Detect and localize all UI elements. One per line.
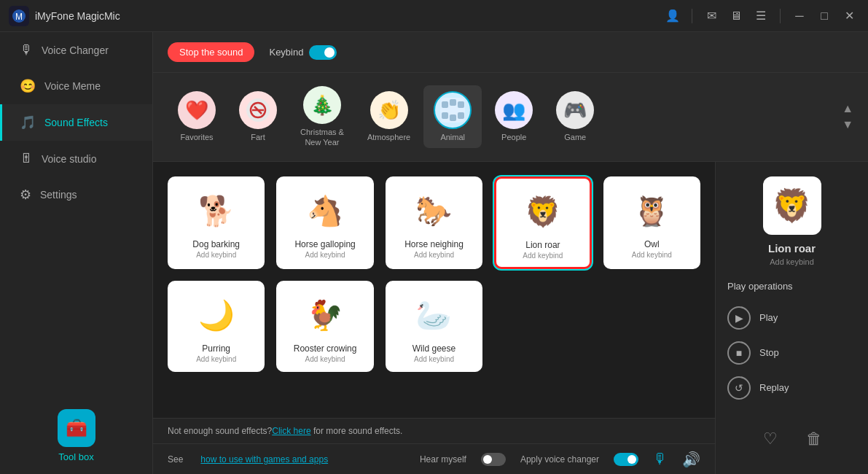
speaker-icon[interactable]: 🔊 bbox=[682, 451, 700, 468]
minimize-icon[interactable]: ─ bbox=[789, 6, 810, 26]
sidebar-item-voice-studio[interactable]: 🎚 Voice studio bbox=[0, 141, 152, 176]
svg-rect-9 bbox=[458, 101, 464, 108]
main-layout: 🎙 Voice Changer 😊 Voice Meme 🎵 Sound Eff… bbox=[0, 32, 868, 474]
horse-galloping-keybind[interactable]: Add keybind bbox=[305, 251, 345, 259]
sound-card-purring[interactable]: 🌙 Purring Add keybind bbox=[168, 281, 265, 372]
title-bar-controls: 👤 ✉ 🖥 ☰ ─ □ ✕ bbox=[662, 6, 859, 26]
sound-card-wild-geese[interactable]: 🦢 Wild geese Add keybind bbox=[386, 281, 482, 372]
christmas-label: Christmas &New Year bbox=[300, 127, 344, 148]
bottom-bar: See how to use with games and apps Hear … bbox=[153, 443, 715, 474]
dog-barking-keybind[interactable]: Add keybind bbox=[196, 251, 236, 259]
delete-icon[interactable]: 🗑 bbox=[801, 426, 827, 452]
apply-voice-label: Apply voice changer bbox=[520, 454, 599, 465]
sidebar-item-voice-changer[interactable]: 🎙 Voice Changer bbox=[0, 32, 152, 68]
toolbox-button[interactable]: 🧰 Tool box bbox=[0, 397, 152, 474]
content-area: Stop the sound Keybind ❤️ Favorites Fart… bbox=[153, 32, 868, 474]
lion-roar-keybind[interactable]: Add keybind bbox=[523, 252, 563, 260]
lion-roar-name: Lion roar bbox=[525, 240, 560, 250]
user-icon[interactable]: 👤 bbox=[662, 6, 683, 26]
category-fart[interactable]: Fart bbox=[229, 85, 287, 148]
menu-icon[interactable]: ☰ bbox=[751, 6, 771, 26]
mail-icon[interactable]: ✉ bbox=[701, 6, 722, 26]
svg-rect-10 bbox=[442, 112, 448, 119]
owl-keybind[interactable]: Add keybind bbox=[632, 251, 672, 259]
category-christmas[interactable]: 🎄 Christmas &New Year bbox=[290, 80, 354, 154]
how-to-link[interactable]: how to use with games and apps bbox=[200, 454, 328, 465]
sound-card-horse-neighing[interactable]: 🐎 Horse neighing Add keybind bbox=[386, 176, 482, 269]
rooster-crowing-keybind[interactable]: Add keybind bbox=[305, 355, 345, 363]
category-people[interactable]: 👥 People bbox=[485, 85, 543, 148]
replay-button-row[interactable]: ↺ Replay bbox=[727, 370, 856, 405]
click-here-link[interactable]: Click here bbox=[272, 426, 310, 436]
purring-name: Purring bbox=[202, 343, 230, 354]
svg-rect-11 bbox=[450, 114, 456, 121]
svg-rect-12 bbox=[458, 112, 464, 119]
selected-sound-keybind[interactable]: Add keybind bbox=[770, 257, 814, 266]
atmosphere-icon: 👏 bbox=[370, 91, 408, 129]
keybind-toggle[interactable] bbox=[309, 45, 337, 60]
app-logo: M bbox=[9, 6, 29, 26]
category-atmosphere[interactable]: 👏 Atmosphere bbox=[357, 85, 421, 148]
keybind-label: Keybind bbox=[269, 47, 303, 58]
sidebar-label-settings: Settings bbox=[40, 189, 77, 201]
sidebar-label-voice-studio: Voice studio bbox=[42, 153, 97, 165]
mic-icon[interactable]: 🎙 bbox=[653, 451, 668, 467]
selected-sound-image: 🦁 bbox=[763, 176, 821, 235]
category-scroll-arrows[interactable]: ▲ ▼ bbox=[842, 102, 853, 131]
svg-rect-8 bbox=[450, 99, 456, 106]
sound-card-rooster-crowing[interactable]: 🐓 Rooster crowing Add keybind bbox=[276, 281, 373, 372]
stop-button-row[interactable]: ■ Stop bbox=[727, 335, 856, 370]
sound-card-dog-barking[interactable]: 🐕 Dog barking Add keybind bbox=[168, 176, 265, 269]
bottom-bar-right: Hear myself Apply voice changer 🎙 🔊 bbox=[420, 451, 700, 468]
animal-label: Animal bbox=[440, 132, 465, 142]
maximize-icon[interactable]: □ bbox=[814, 6, 834, 26]
horse-neighing-name: Horse neighing bbox=[404, 239, 464, 249]
game-label: Game bbox=[564, 132, 586, 142]
wild-geese-keybind[interactable]: Add keybind bbox=[414, 355, 454, 363]
horse-neighing-keybind[interactable]: Add keybind bbox=[414, 251, 454, 259]
arrow-down-icon[interactable]: ▼ bbox=[842, 118, 853, 131]
hear-myself-toggle[interactable] bbox=[481, 453, 506, 466]
category-animal[interactable]: Animal bbox=[423, 85, 482, 148]
desktop-icon[interactable]: 🖥 bbox=[726, 6, 746, 26]
sound-grid: 🐕 Dog barking Add keybind 🐴 Horse gallop… bbox=[168, 176, 700, 372]
category-favorites[interactable]: ❤️ Favorites bbox=[168, 85, 226, 148]
sidebar-label-voice-changer: Voice Changer bbox=[42, 44, 109, 56]
play-ops-title: Play operations bbox=[727, 281, 793, 292]
apply-voice-toggle[interactable] bbox=[614, 453, 638, 466]
hear-myself-label: Hear myself bbox=[420, 454, 466, 465]
not-enough-text: Not enough sound effects? bbox=[168, 426, 272, 436]
horse-galloping-name: Horse galloping bbox=[294, 239, 355, 249]
play-button-row[interactable]: ▶ Play bbox=[727, 300, 856, 335]
favorites-icon: ❤️ bbox=[178, 91, 216, 129]
sidebar-item-settings[interactable]: ⚙ Settings bbox=[0, 176, 152, 213]
app-title: iMyFone MagicMic bbox=[35, 10, 662, 22]
replay-icon: ↺ bbox=[727, 376, 751, 400]
purring-keybind[interactable]: Add keybind bbox=[196, 355, 236, 363]
rooster-crowing-name: Rooster crowing bbox=[294, 343, 357, 354]
top-bar: Stop the sound Keybind bbox=[153, 32, 868, 73]
sound-grid-area: 🐕 Dog barking Add keybind 🐴 Horse gallop… bbox=[153, 162, 868, 474]
sound-effects-icon: 🎵 bbox=[20, 114, 36, 131]
owl-name: Owl bbox=[644, 239, 660, 249]
sound-card-horse-galloping[interactable]: 🐴 Horse galloping Add keybind bbox=[276, 176, 373, 269]
for-more-text: for more sound effects. bbox=[311, 426, 403, 436]
sidebar-item-sound-effects[interactable]: 🎵 Sound Effects bbox=[0, 104, 152, 141]
voice-changer-icon: 🎙 bbox=[20, 42, 33, 58]
fart-icon bbox=[239, 91, 277, 129]
keybind-row: Keybind bbox=[269, 45, 337, 60]
arrow-up-icon[interactable]: ▲ bbox=[842, 102, 853, 115]
stop-sound-button[interactable]: Stop the sound bbox=[168, 42, 254, 62]
sidebar-item-voice-meme[interactable]: 😊 Voice Meme bbox=[0, 68, 152, 104]
dog-barking-icon: 🐕 bbox=[195, 190, 238, 233]
replay-label: Replay bbox=[759, 382, 789, 393]
voice-studio-icon: 🎚 bbox=[20, 151, 33, 166]
sound-card-owl[interactable]: 🦉 Owl Add keybind bbox=[603, 176, 700, 269]
see-label: See bbox=[168, 454, 183, 465]
favorite-icon[interactable]: ♡ bbox=[757, 426, 783, 452]
sound-card-lion-roar[interactable]: 🦁 Lion roar Add keybind bbox=[494, 176, 591, 269]
category-game[interactable]: 🎮 Game bbox=[546, 85, 604, 148]
close-icon[interactable]: ✕ bbox=[839, 6, 859, 26]
toolbox-label: Tool box bbox=[58, 451, 93, 462]
stop-label: Stop bbox=[759, 347, 779, 358]
